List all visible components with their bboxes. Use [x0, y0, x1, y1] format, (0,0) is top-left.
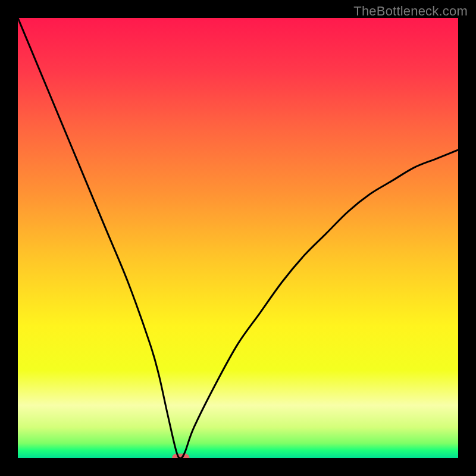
gradient-background	[18, 18, 458, 458]
plot-area	[18, 18, 458, 458]
bottleneck-chart	[18, 18, 458, 458]
chart-container: TheBottleneck.com	[0, 0, 476, 476]
watermark-text: TheBottleneck.com	[353, 4, 468, 19]
